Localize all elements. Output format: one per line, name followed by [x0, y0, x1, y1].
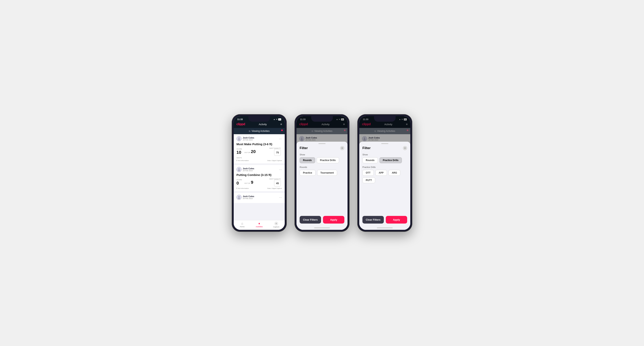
user-date-1b: 28 Feb 2023	[243, 170, 254, 172]
nav-capture-1[interactable]: + Capture	[268, 222, 285, 228]
user-info-1c: Josh Coles 28 Feb 2023	[236, 195, 254, 200]
user-info-1a: Josh Coles 28 Feb 2023	[236, 136, 254, 141]
rounds-btn-2[interactable]: Rounds	[300, 157, 315, 163]
filter-title-3: Filter	[362, 146, 371, 150]
activity-list-1: Josh Coles 28 Feb 2023 ··· Must Make Put…	[234, 134, 285, 220]
filter-close-2[interactable]: ✕	[340, 146, 344, 150]
notch-1	[248, 116, 270, 122]
shots-of-1a: OUT OF	[244, 152, 250, 154]
phone-3: 11:33 ▲ ≋ 31 clippd Activity ≡ ⧉ Viewing…	[357, 114, 412, 232]
rounds-btn-3[interactable]: Rounds	[362, 157, 378, 163]
shots-value-1a: 20	[251, 149, 256, 154]
score-value-1b: 0	[236, 181, 242, 186]
svg-point-1	[238, 139, 240, 140]
user-info-1b: Josh Coles 28 Feb 2023	[236, 167, 254, 172]
app-btn-3[interactable]: APP	[375, 170, 387, 176]
menu-icon-1[interactable]: ≡	[280, 123, 282, 126]
viewing-bar-1[interactable]: ⧉ Viewing Activities	[234, 128, 285, 134]
activities-icon-1: ♦	[258, 222, 260, 225]
user-date-1a: 28 Feb 2023	[243, 139, 254, 141]
svg-point-4	[238, 196, 240, 197]
filter-footer-2: Clear Filters Apply	[296, 214, 348, 227]
apply-btn-3[interactable]: Apply	[386, 216, 407, 223]
show-label-2: Show	[300, 154, 344, 156]
app-header-1: clippd Activity ≡	[234, 121, 285, 128]
practice-buttons-3: OTT APP ARG PUTT	[362, 170, 407, 183]
practice-drills-btn-2[interactable]: Practice Drills	[317, 157, 339, 163]
shots-of-1b: OUT OF	[244, 182, 250, 184]
filter-sheet-3: Filter ✕ Show Rounds Practice Drills Pra…	[359, 142, 410, 230]
svg-point-0	[238, 138, 240, 139]
avatar-1b	[236, 167, 242, 172]
filter-overlay-2: Filter ✕ Show Rounds Practice Drills Rou…	[296, 142, 348, 230]
filter-close-3[interactable]: ✕	[403, 146, 407, 150]
activity-card-1[interactable]: Josh Coles 28 Feb 2023 ··· Must Make Put…	[234, 134, 285, 164]
phone-1: 11:33 ▲ ≋ 31 clippd Activity ≡ ⧉ Viewi	[232, 114, 287, 232]
practice-label-3: Practice Drills	[362, 166, 407, 168]
show-buttons-3: Rounds Practice Drills	[362, 157, 407, 163]
notch-3	[374, 116, 396, 122]
sq-badge-1a: 75	[274, 149, 281, 156]
activity-card-3[interactable]: Josh Coles 28 Feb 2023 ···	[234, 193, 285, 203]
filter-overlay-3: Filter ✕ Show Rounds Practice Drills Pra…	[359, 142, 410, 230]
viewing-bar-text-1: Viewing Activities	[252, 130, 270, 133]
notch-2	[311, 116, 333, 122]
capture-label-1: Capture	[273, 226, 280, 228]
test-info-1b: ℹ Test Information	[236, 187, 249, 189]
wifi-icon-1: ≋	[276, 118, 278, 120]
ott-btn-3[interactable]: OTT	[362, 170, 374, 176]
activity-title-1b: Putting Combine (3-15 ft)	[236, 173, 282, 176]
show-buttons-2: Rounds Practice Drills	[300, 157, 344, 163]
practice-drills-btn-3[interactable]: Practice Drills	[380, 157, 402, 163]
bottom-nav-1: ⌂ Home ♦ Activities + Capture	[234, 220, 285, 230]
sq-label-1b: Shot Quality	[269, 178, 281, 180]
clear-filters-btn-2[interactable]: Clear Filters	[300, 216, 321, 223]
svg-point-5	[238, 198, 240, 199]
phones-container: 11:33 ▲ ≋ 31 clippd Activity ≡ ⧉ Viewi	[232, 114, 412, 232]
sq-badge-1b: 45	[274, 180, 281, 186]
battery-icon-1: 31	[278, 118, 281, 121]
nav-activities-1[interactable]: ♦ Activities	[251, 222, 268, 228]
putt-btn-3[interactable]: PUTT	[362, 177, 375, 183]
filter-title-2: Filter	[300, 146, 308, 150]
dots-menu-1b[interactable]: ···	[279, 168, 282, 171]
score-label-1b: Score	[236, 179, 242, 181]
test-info-1a: ℹ Test Information	[236, 160, 249, 162]
header-title-1: Activity	[258, 123, 267, 126]
dots-menu-1a[interactable]: ···	[279, 137, 282, 140]
filter-icon-1: ⧉	[249, 130, 250, 133]
dots-menu-1c[interactable]: ···	[279, 196, 282, 199]
activity-title-1a: Must Make Putting (3-6 ft)	[236, 143, 282, 146]
arg-btn-3[interactable]: ARG	[388, 170, 400, 176]
rounds-buttons-2: Practice Tournament	[300, 170, 344, 176]
score-label-1a: Score	[236, 148, 242, 150]
user-date-1c: 28 Feb 2023	[243, 197, 254, 199]
avatar-1c	[236, 195, 242, 200]
shots-header-1a: Shots	[236, 157, 242, 159]
data-source-1b: Data: Clippd Capture	[267, 187, 282, 189]
show-label-3: Show	[362, 154, 407, 156]
tournament-btn-2[interactable]: Tournament	[317, 170, 337, 176]
home-icon-1: ⌂	[241, 222, 243, 225]
home-label-1: Home	[240, 226, 244, 228]
clear-filters-btn-3[interactable]: Clear Filters	[362, 216, 384, 223]
svg-point-3	[238, 170, 240, 171]
status-icons-1: ▲ ≋ 31	[273, 118, 281, 121]
sq-label-1a: Shot Quality	[269, 147, 281, 149]
viewing-dot-1	[281, 130, 283, 131]
user-name-1c: Josh Coles	[243, 195, 254, 197]
filter-header-2: Filter ✕	[296, 144, 348, 152]
user-name-1b: Josh Coles	[243, 167, 254, 170]
avatar-1a	[236, 136, 242, 141]
practice-round-btn-2[interactable]: Practice	[300, 170, 316, 176]
filter-sheet-2: Filter ✕ Show Rounds Practice Drills Rou…	[296, 142, 348, 230]
logo-1: clippd	[236, 123, 245, 126]
activity-card-2[interactable]: Josh Coles 28 Feb 2023 ··· Putting Combi…	[234, 165, 285, 191]
nav-home-1[interactable]: ⌂ Home	[234, 222, 251, 228]
data-source-1a: Data: Clippd Capture	[267, 160, 282, 162]
phone-2: 11:33 ▲ ≋ 31 clippd Activity ≡ ⧉ Viewing…	[294, 114, 350, 232]
filter-body-2: Show Rounds Practice Drills Rounds Pract…	[296, 152, 348, 214]
apply-btn-2[interactable]: Apply	[323, 216, 344, 223]
capture-icon-1: +	[274, 222, 278, 225]
svg-point-2	[238, 168, 240, 170]
